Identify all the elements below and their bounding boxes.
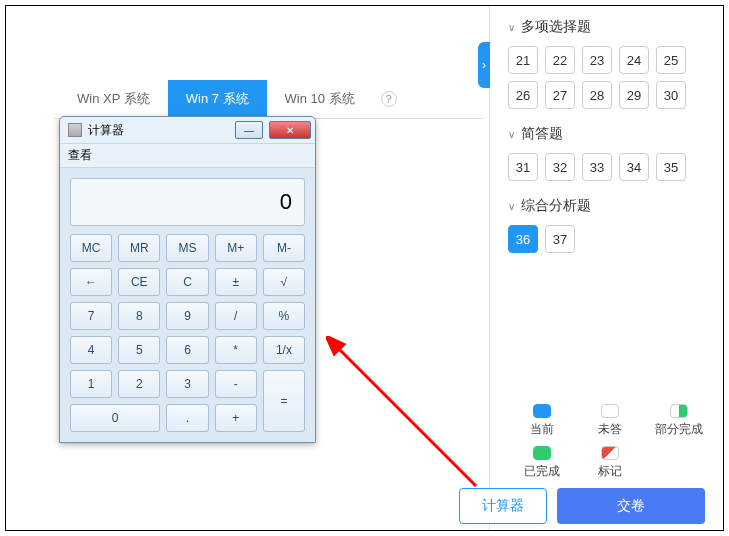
legend-swatch-done bbox=[533, 446, 551, 460]
calc-neg[interactable]: ± bbox=[215, 268, 257, 296]
question-23[interactable]: 23 bbox=[582, 46, 612, 74]
question-27[interactable]: 27 bbox=[545, 81, 575, 109]
calc-eq[interactable]: = bbox=[263, 370, 305, 432]
question-33[interactable]: 33 bbox=[582, 153, 612, 181]
calc-6[interactable]: 6 bbox=[166, 336, 208, 364]
section-title: 简答题 bbox=[521, 125, 563, 143]
question-22[interactable]: 22 bbox=[545, 46, 575, 74]
calc-mul[interactable]: * bbox=[215, 336, 257, 364]
calculator-window: 计算器 — ✕ 查看 0 MC MR MS M+ M- ← CE C ± √ bbox=[59, 116, 316, 443]
help-icon[interactable]: ? bbox=[381, 91, 397, 107]
legend-swatch-current bbox=[533, 404, 551, 418]
question-29[interactable]: 29 bbox=[619, 81, 649, 109]
svg-line-0 bbox=[336, 346, 476, 486]
calculator-keypad: MC MR MS M+ M- ← CE C ± √ 7 8 9 / % 4 bbox=[70, 234, 305, 432]
question-35[interactable]: 35 bbox=[656, 153, 686, 181]
calc-add[interactable]: + bbox=[215, 404, 257, 432]
os-tabs: Win XP 系统 Win 7 系统 Win 10 系统 ? bbox=[54, 80, 484, 119]
tab-win7[interactable]: Win 7 系统 bbox=[168, 80, 267, 118]
annotation-arrow bbox=[326, 336, 486, 496]
calc-c[interactable]: C bbox=[166, 268, 208, 296]
calculator-icon bbox=[68, 123, 82, 137]
question-21[interactable]: 21 bbox=[508, 46, 538, 74]
calc-9[interactable]: 9 bbox=[166, 302, 208, 330]
legend-label: 未答 bbox=[598, 421, 622, 438]
calc-8[interactable]: 8 bbox=[118, 302, 160, 330]
calc-3[interactable]: 3 bbox=[166, 370, 208, 398]
question-30[interactable]: 30 bbox=[656, 81, 686, 109]
calc-2[interactable]: 2 bbox=[118, 370, 160, 398]
calc-sqrt[interactable]: √ bbox=[263, 268, 305, 296]
section-title: 多项选择题 bbox=[521, 18, 591, 36]
calc-sub[interactable]: - bbox=[215, 370, 257, 398]
question-25[interactable]: 25 bbox=[656, 46, 686, 74]
calc-ce[interactable]: CE bbox=[118, 268, 160, 296]
calc-mc[interactable]: MC bbox=[70, 234, 112, 262]
question-36[interactable]: 36 bbox=[508, 225, 538, 253]
question-26[interactable]: 26 bbox=[508, 81, 538, 109]
section-multichoice[interactable]: ∨多项选择题 bbox=[508, 18, 705, 36]
footer-actions: 计算器 交卷 bbox=[413, 488, 723, 524]
submit-button[interactable]: 交卷 bbox=[557, 488, 705, 524]
calc-4[interactable]: 4 bbox=[70, 336, 112, 364]
minimize-button[interactable]: — bbox=[235, 121, 263, 139]
calc-mminus[interactable]: M- bbox=[263, 234, 305, 262]
calculator-button[interactable]: 计算器 bbox=[459, 488, 547, 524]
question-28[interactable]: 28 bbox=[582, 81, 612, 109]
close-button[interactable]: ✕ bbox=[269, 121, 311, 139]
tab-winxp[interactable]: Win XP 系统 bbox=[59, 80, 168, 118]
legend-swatch-partial bbox=[670, 404, 688, 418]
sidebar-collapse-handle[interactable]: › bbox=[478, 42, 490, 88]
calc-7[interactable]: 7 bbox=[70, 302, 112, 330]
tab-win10[interactable]: Win 10 系统 bbox=[267, 80, 373, 118]
chevron-down-icon: ∨ bbox=[508, 201, 515, 212]
legend: 当前 未答 部分完成 已完成 标记 bbox=[508, 404, 713, 480]
calculator-title: 计算器 bbox=[88, 122, 229, 139]
calc-ms[interactable]: MS bbox=[166, 234, 208, 262]
section-analysis[interactable]: ∨综合分析题 bbox=[508, 197, 705, 215]
legend-swatch-marked bbox=[601, 446, 619, 460]
question-34[interactable]: 34 bbox=[619, 153, 649, 181]
question-sidebar: › ∨多项选择题 21 22 23 24 25 26 27 28 29 30 ∨… bbox=[489, 6, 723, 530]
calc-1[interactable]: 1 bbox=[70, 370, 112, 398]
question-24[interactable]: 24 bbox=[619, 46, 649, 74]
legend-label: 标记 bbox=[598, 463, 622, 480]
calculator-menu-view[interactable]: 查看 bbox=[60, 143, 315, 168]
chevron-down-icon: ∨ bbox=[508, 22, 515, 33]
calc-5[interactable]: 5 bbox=[118, 336, 160, 364]
calc-recip[interactable]: 1/x bbox=[263, 336, 305, 364]
legend-swatch-unanswered bbox=[601, 404, 619, 418]
calc-pct[interactable]: % bbox=[263, 302, 305, 330]
calc-mr[interactable]: MR bbox=[118, 234, 160, 262]
legend-label: 部分完成 bbox=[655, 421, 703, 438]
question-37[interactable]: 37 bbox=[545, 225, 575, 253]
calc-back[interactable]: ← bbox=[70, 268, 112, 296]
legend-label: 已完成 bbox=[524, 463, 560, 480]
question-31[interactable]: 31 bbox=[508, 153, 538, 181]
calc-mplus[interactable]: M+ bbox=[215, 234, 257, 262]
chevron-down-icon: ∨ bbox=[508, 129, 515, 140]
section-shortanswer[interactable]: ∨简答题 bbox=[508, 125, 705, 143]
calculator-titlebar[interactable]: 计算器 — ✕ bbox=[60, 117, 315, 143]
calculator-display: 0 bbox=[70, 178, 305, 226]
legend-label: 当前 bbox=[530, 421, 554, 438]
question-32[interactable]: 32 bbox=[545, 153, 575, 181]
calc-dot[interactable]: . bbox=[166, 404, 208, 432]
calc-0[interactable]: 0 bbox=[70, 404, 160, 432]
section-title: 综合分析题 bbox=[521, 197, 591, 215]
calc-div[interactable]: / bbox=[215, 302, 257, 330]
